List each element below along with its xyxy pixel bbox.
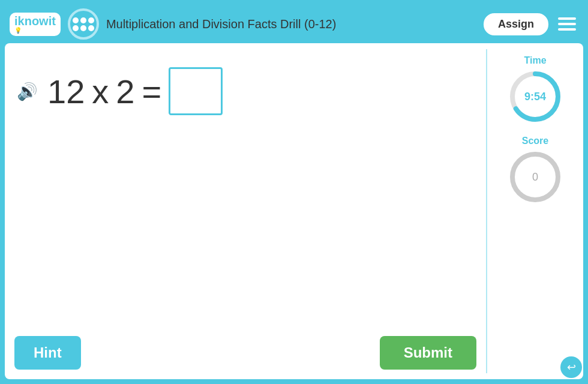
operand2: 2	[116, 72, 134, 111]
dot	[80, 17, 86, 23]
question-row: 🔊 12 x 2 =	[17, 67, 474, 115]
sound-icon[interactable]: 🔊	[17, 82, 38, 101]
activity-title: Multiplication and Division Facts Drill …	[106, 17, 475, 31]
submit-button[interactable]: Submit	[380, 336, 476, 370]
dot	[73, 25, 79, 31]
dot	[80, 25, 86, 31]
timer-section: Time 9:54	[508, 55, 562, 124]
timer-value: 9:54	[524, 91, 546, 103]
assign-button[interactable]: Assign	[482, 12, 550, 37]
question-text: 12 x 2 =	[47, 67, 223, 115]
dot	[88, 17, 94, 23]
menu-icon	[558, 23, 576, 25]
timer-label: Time	[524, 55, 546, 66]
dot	[88, 25, 94, 31]
hint-button[interactable]: Hint	[14, 336, 81, 370]
right-panel: Time 9:54 Score 0	[487, 43, 583, 379]
operator: x	[92, 72, 109, 111]
equals-sign: =	[142, 72, 161, 111]
question-panel: 🔊 12 x 2 = Hint Submit	[5, 43, 486, 379]
main-area: 🔊 12 x 2 = Hint Submit	[5, 43, 583, 379]
back-button[interactable]: ↩	[560, 356, 582, 378]
score-circle: 0	[508, 150, 562, 204]
menu-button[interactable]	[556, 15, 578, 33]
logo-area: iknowit 💡	[10, 13, 61, 36]
timer-circle: 9:54	[508, 70, 562, 124]
score-value: 0	[532, 171, 538, 184]
score-section: Score 0	[508, 136, 562, 204]
logo-box: iknowit 💡	[10, 13, 61, 36]
back-icon: ↩	[567, 361, 576, 374]
dot	[73, 17, 79, 23]
header-buttons: Assign	[482, 12, 578, 37]
answer-input-box[interactable]	[169, 67, 223, 115]
operand1: 12	[47, 72, 85, 111]
menu-icon	[558, 17, 576, 20]
logo-text: iknowit	[14, 15, 56, 27]
header: iknowit 💡 Multiplication and Division Fa…	[5, 5, 583, 43]
menu-icon	[558, 28, 576, 31]
logo-bulb: 💡	[14, 27, 56, 34]
bottom-bar: Hint Submit	[14, 336, 476, 370]
activity-icon	[68, 8, 99, 40]
app-frame: iknowit 💡 Multiplication and Division Fa…	[0, 0, 588, 384]
score-label: Score	[522, 136, 548, 146]
dots-grid	[73, 17, 94, 31]
